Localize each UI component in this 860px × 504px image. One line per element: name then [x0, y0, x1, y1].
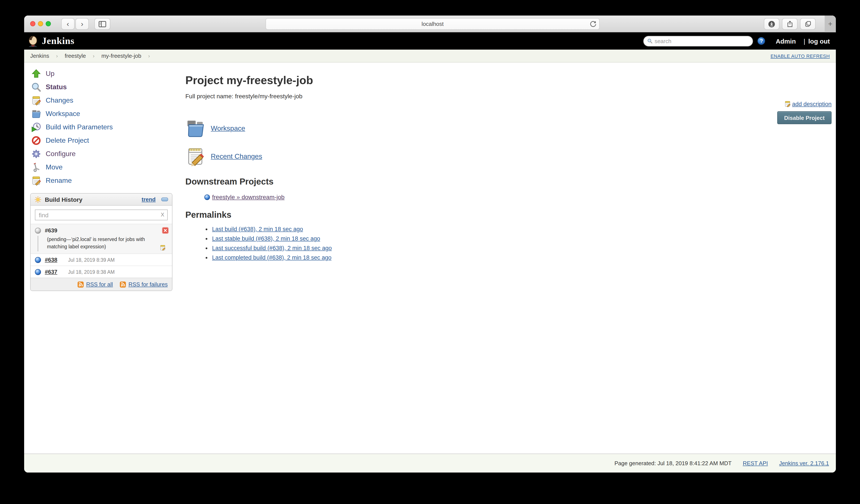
permalink-item: Last successful build (#638), 2 min 18 s…	[212, 245, 767, 251]
downstream-project-link[interactable]: freestyle » downstream-job	[212, 193, 285, 201]
disable-project-button[interactable]: Disable Project	[777, 111, 832, 124]
rest-api-link[interactable]: REST API	[743, 460, 768, 466]
close-window-button[interactable]	[30, 21, 35, 26]
search-box	[643, 35, 753, 46]
notepad-icon	[185, 147, 205, 167]
edit-description-icon	[784, 100, 791, 107]
no-entry-icon	[31, 135, 41, 145]
success-ball-icon	[35, 257, 41, 263]
zoom-window-button[interactable]	[46, 21, 51, 26]
sidebar-item-changes[interactable]: Changes	[30, 93, 172, 107]
last-completed-build-link[interactable]: Last completed build (#638), 2 min 18 se…	[212, 254, 331, 261]
edit-note-icon[interactable]	[159, 245, 166, 251]
recent-changes-task[interactable]: Recent Changes	[185, 146, 767, 167]
last-stable-build-link[interactable]: Last stable build (#638), 2 min 18 sec a…	[212, 235, 320, 242]
sidebar-item-label: Configure	[46, 150, 76, 158]
sidebar-toggle-button[interactable]	[95, 18, 110, 30]
sidebar-item-label: Changes	[46, 96, 73, 104]
sidebar-item-configure[interactable]: Configure	[30, 147, 172, 160]
build-history-title: Build History	[45, 196, 82, 203]
trend-legend-icon[interactable]	[161, 198, 168, 201]
build-filter-input[interactable]	[35, 210, 168, 220]
chevron-right-icon: ›	[56, 53, 58, 59]
logout-separator: |	[804, 37, 805, 45]
build-row-638[interactable]: #638 Jul 18, 2019 8:39 AM	[31, 254, 172, 266]
build-id-link[interactable]: #637	[45, 269, 57, 275]
sidebar-item-rename[interactable]: Rename	[30, 174, 172, 187]
build-timeline-line	[38, 236, 38, 251]
search-input[interactable]	[655, 38, 749, 44]
jenkins-logo-icon[interactable]	[28, 35, 38, 47]
last-build-link[interactable]: Last build (#638), 2 min 18 sec ago	[212, 226, 303, 232]
logout-link[interactable]: log out	[808, 37, 830, 45]
chevron-right-icon: ›	[148, 53, 150, 59]
build-history-panel: Build History trend X #639	[30, 193, 172, 291]
reload-icon[interactable]	[590, 21, 597, 28]
logout-group: | log out	[804, 37, 830, 45]
screen: ‹ › localhost +	[0, 0, 860, 504]
sidebar: Up Status Changes Workspace	[30, 67, 172, 291]
sidebar-item-label: Up	[46, 70, 55, 77]
share-button[interactable]	[782, 18, 798, 30]
rss-for-all-link[interactable]: RSS for all	[86, 281, 113, 288]
clock-build-icon	[31, 122, 41, 132]
download-icon	[768, 20, 775, 28]
plus-icon: +	[828, 19, 832, 28]
tab-overview-button[interactable]	[800, 18, 816, 30]
task-links: Workspace Recent Changes	[185, 118, 767, 167]
build-id-link[interactable]: #638	[45, 257, 57, 263]
sidebar-item-label: Rename	[46, 176, 72, 184]
downloads-button[interactable]	[764, 18, 779, 30]
folder-icon	[185, 118, 205, 139]
breadcrumb-job[interactable]: my-freestyle-job	[101, 53, 141, 59]
sidebar-item-move[interactable]: Move	[30, 160, 172, 174]
sidebar-item-label: Status	[46, 83, 67, 91]
full-project-name: Full project name: freestyle/my-freestyl…	[185, 93, 767, 100]
minimize-window-button[interactable]	[38, 21, 43, 26]
build-row-637[interactable]: #637 Jul 18, 2019 8:38 AM	[31, 266, 172, 278]
build-row-639[interactable]: #639 (pending—‘pi2.local’ is reserved fo…	[31, 224, 172, 254]
sidebar-item-label: Build with Parameters	[46, 123, 113, 131]
gear-icon	[31, 148, 41, 159]
last-successful-build-link[interactable]: Last successful build (#638), 2 min 18 s…	[212, 245, 332, 251]
back-icon: ‹	[67, 20, 69, 28]
page-title: Project my-freestyle-job	[185, 74, 767, 87]
cancel-build-icon[interactable]	[162, 227, 169, 234]
trend-link[interactable]: trend	[142, 196, 156, 203]
task-menu: Up Status Changes Workspace	[30, 67, 172, 187]
jenkins-version-link[interactable]: Jenkins ver. 2.176.1	[779, 460, 829, 466]
breadcrumb-jenkins[interactable]: Jenkins	[30, 53, 49, 59]
workspace-link[interactable]: Workspace	[211, 125, 245, 132]
recent-changes-link[interactable]: Recent Changes	[211, 153, 262, 160]
workspace-task[interactable]: Workspace	[185, 118, 767, 139]
add-description-link[interactable]: add description	[792, 101, 832, 107]
sidebar-item-workspace[interactable]: Workspace	[30, 107, 172, 120]
build-history-footer: RSS for all RSS for failures	[31, 278, 172, 291]
sidebar-item-delete-project[interactable]: Delete Project	[30, 134, 172, 147]
permalinks-heading: Permalinks	[185, 210, 767, 220]
clear-filter-icon[interactable]: X	[161, 212, 164, 218]
build-history-header: Build History trend	[31, 193, 172, 206]
sidebar-item-build-with-parameters[interactable]: Build with Parameters	[30, 120, 172, 134]
add-description[interactable]: add description	[784, 100, 832, 107]
enable-auto-refresh-link[interactable]: ENABLE AUTO REFRESH	[771, 53, 830, 58]
forward-button[interactable]: ›	[75, 18, 89, 30]
address-bar[interactable]: localhost	[266, 18, 600, 30]
success-ball-icon	[204, 194, 210, 200]
new-tab-button[interactable]: +	[825, 15, 836, 32]
sidebar-item-up[interactable]: Up	[30, 67, 172, 80]
dolly-icon	[31, 162, 41, 172]
back-button[interactable]: ‹	[61, 18, 75, 30]
pending-note-text: (pending—‘pi2.local’ is reserved for job…	[47, 237, 145, 249]
build-time: Jul 18, 2019 8:38 AM	[68, 270, 115, 275]
rss-for-failures-link[interactable]: RSS for failures	[128, 281, 168, 288]
breadcrumb: Jenkins › freestyle › my-freestyle-job ›…	[24, 49, 836, 62]
notepad-icon	[31, 95, 41, 105]
user-admin-link[interactable]: Admin	[776, 37, 796, 45]
downstream-project-item[interactable]: freestyle » downstream-job	[204, 193, 767, 201]
help-icon[interactable]: ?	[758, 37, 765, 45]
sidebar-item-status[interactable]: Status	[30, 80, 172, 93]
breadcrumb-freestyle[interactable]: freestyle	[64, 53, 86, 59]
sidebar-icon	[98, 20, 106, 27]
jenkins-brand[interactable]: Jenkins	[42, 35, 74, 46]
